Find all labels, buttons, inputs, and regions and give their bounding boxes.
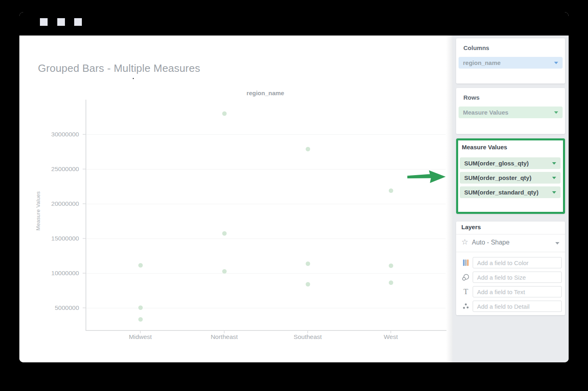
- y-axis-tick: [83, 203, 85, 204]
- y-tick-label: 15000000: [35, 235, 79, 242]
- app-window: Grouped Bars - Multiple Measures region_…: [19, 12, 569, 362]
- data-point[interactable]: [138, 263, 143, 268]
- layer-field-input[interactable]: [473, 286, 562, 297]
- config-sidebar: Columns region_name Rows Measure Values …: [452, 36, 569, 362]
- layer-field-input[interactable]: [473, 301, 562, 312]
- data-point[interactable]: [138, 305, 143, 310]
- grid-line: [86, 169, 446, 169]
- chevron-down-icon[interactable]: [552, 162, 556, 165]
- measure-value-label: SUM(order_poster_qty): [464, 174, 532, 181]
- data-point[interactable]: [389, 263, 393, 268]
- y-axis-tick: [83, 307, 85, 308]
- chevron-down-icon[interactable]: [552, 191, 556, 194]
- y-axis-tick: [83, 238, 85, 239]
- data-point[interactable]: [389, 188, 393, 193]
- rows-header: Rows: [463, 94, 480, 101]
- grid-line: [86, 273, 446, 274]
- rows-field-label: Measure Values: [463, 109, 509, 116]
- columns-field-label: region_name: [463, 59, 500, 66]
- data-point[interactable]: [222, 269, 227, 274]
- y-axis-tick: [83, 169, 85, 169]
- y-tick-label: 25000000: [35, 165, 79, 173]
- data-point[interactable]: [222, 231, 227, 236]
- measure-value-label: SUM(order_gloss_qty): [464, 160, 529, 167]
- color-bars-icon: [461, 257, 470, 268]
- y-axis-tick: [83, 134, 85, 135]
- layer-field-row: [456, 272, 565, 283]
- y-tick-label: 30000000: [35, 131, 79, 138]
- layer-field-row: T: [456, 286, 565, 297]
- text-icon: T: [461, 286, 470, 297]
- plot-area: 5000000100000001500000020000000250000003…: [19, 36, 452, 362]
- x-tick-label: Northeast: [192, 333, 256, 341]
- panel-shadow: [446, 36, 452, 362]
- layer-field-list: T: [456, 222, 565, 315]
- measure-values-pill-list: SUM(order_gloss_qty)SUM(order_poster_qty…: [460, 157, 561, 201]
- layer-field-row: [456, 257, 565, 268]
- window-control-square[interactable]: [74, 18, 82, 26]
- x-tick-label: Southeast: [275, 333, 340, 341]
- data-point[interactable]: [306, 147, 310, 151]
- layers-panel: Layers ☆ Auto - Shape T: [456, 222, 565, 315]
- measure-value-label: SUM(order_standard_qty): [464, 189, 538, 196]
- x-tick-label: Midwest: [108, 333, 173, 341]
- layer-field-input[interactable]: [473, 272, 562, 283]
- data-point[interactable]: [138, 317, 143, 322]
- grid-line: [86, 204, 446, 204]
- columns-panel: Columns region_name: [456, 38, 565, 84]
- measure-values-header: Measure Values: [462, 144, 507, 151]
- data-point[interactable]: [222, 111, 227, 116]
- size-bubbles-icon: [461, 272, 470, 283]
- data-point[interactable]: [389, 280, 393, 285]
- measure-value-pill[interactable]: SUM(order_poster_qty): [460, 172, 561, 184]
- screenshot-frame: Grouped Bars - Multiple Measures region_…: [0, 0, 588, 391]
- window-titlebar: [19, 12, 569, 36]
- columns-header: Columns: [463, 44, 489, 51]
- layer-field-input[interactable]: [473, 257, 562, 268]
- data-point[interactable]: [306, 261, 310, 266]
- rows-field-pill[interactable]: Measure Values: [459, 107, 563, 118]
- y-tick-label: 10000000: [35, 270, 79, 277]
- y-tick-label: 20000000: [35, 200, 79, 207]
- grid-line: [86, 238, 446, 239]
- measure-value-pill[interactable]: SUM(order_gloss_qty): [460, 157, 561, 169]
- annotation-arrow-icon: [407, 169, 447, 184]
- window-control-square[interactable]: [57, 18, 65, 26]
- data-point[interactable]: [306, 282, 310, 286]
- y-axis-tick: [83, 273, 85, 274]
- chevron-down-icon[interactable]: [554, 111, 558, 114]
- chart-canvas: Grouped Bars - Multiple Measures region_…: [19, 36, 452, 362]
- measure-value-pill[interactable]: SUM(order_standard_qty): [460, 186, 561, 198]
- measure-values-panel: Measure Values SUM(order_gloss_qty)SUM(o…: [456, 138, 565, 214]
- detail-dots-icon: [461, 301, 470, 312]
- chevron-down-icon[interactable]: [552, 177, 556, 179]
- window-control-square[interactable]: [40, 18, 48, 26]
- chevron-down-icon[interactable]: [554, 62, 558, 64]
- layer-field-row: [456, 301, 565, 312]
- rows-panel: Rows Measure Values: [456, 88, 565, 134]
- y-tick-label: 5000000: [35, 304, 79, 312]
- x-tick-label: West: [359, 333, 423, 341]
- columns-field-pill[interactable]: region_name: [459, 57, 563, 69]
- grid-line: [86, 134, 446, 135]
